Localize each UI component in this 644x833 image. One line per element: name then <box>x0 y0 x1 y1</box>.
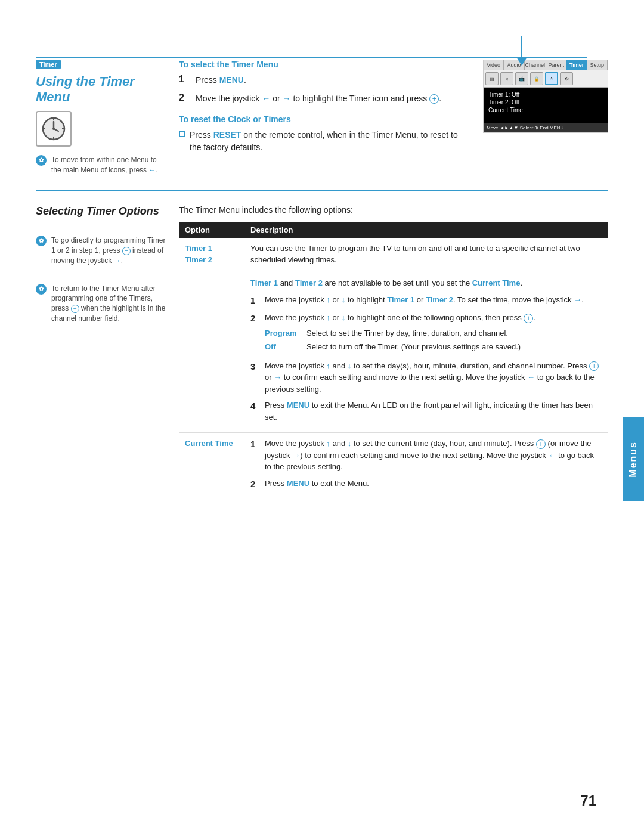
right-tab: Menus <box>623 417 644 501</box>
step1-num: 1 <box>179 74 190 85</box>
description-timer12: You can use the Timer to program the TV … <box>244 238 608 433</box>
timer12-step3: 3 Move the joystick ↑ and ↓ to set the d… <box>250 360 602 395</box>
tip2-icon: ✿ <box>36 236 47 246</box>
bullet-square <box>179 131 185 137</box>
selecting-right-col: The Timer Menu includes the following op… <box>179 205 608 501</box>
step-num-2: 2 <box>250 312 260 326</box>
timer-left-col: Timer Using the Timer Menu ✿ To m <box>36 60 167 175</box>
tv-icon-4: 🔒 <box>530 72 543 85</box>
tip3-row: ✿ To return to the Timer Menu after prog… <box>36 284 167 324</box>
program-desc: Select to set the Timer by day, time, du… <box>306 327 508 339</box>
option-current-time: Current Time <box>179 433 244 501</box>
step1-desc: Move the joystick ↑ or ↓ to highlight Ti… <box>265 294 584 306</box>
step2-num: 2 <box>179 92 190 103</box>
reset-bullet-row: Press RESET on the remote control, when … <box>179 129 471 154</box>
tip2-row: ✿ To go directly to programming Timer 1 … <box>36 236 167 265</box>
section-divider <box>36 190 608 191</box>
reset-title: To reset the Clock or Timers <box>179 114 471 124</box>
step4-desc: Press MENU to exit the Menu. An LED on t… <box>265 400 602 423</box>
section-selecting: Selecting Timer Options ✿ To go directly… <box>36 205 608 501</box>
sub-option-off: Off Select to turn off the Timer. (Your … <box>265 341 535 353</box>
tip3-text: To return to the Timer Menu after progra… <box>51 284 167 324</box>
options-table: Option Description Timer 1 Timer 2 You c… <box>179 222 608 501</box>
step3-desc: Move the joystick ↑ and ↓ to set the day… <box>265 360 602 395</box>
table-row-timers: Timer 1 Timer 2 You can use the Timer to… <box>179 238 608 433</box>
right-tab-label: Menus <box>628 441 639 478</box>
off-label: Off <box>265 341 301 353</box>
tv-line-2: Timer 2: Off <box>488 99 603 106</box>
timer-icon-box <box>36 111 72 147</box>
timer12-step4: 4 Press MENU to exit the Menu. An LED on… <box>250 400 602 423</box>
step-num-1: 1 <box>250 294 260 308</box>
top-divider-line <box>36 57 587 58</box>
tab-setup: Setup <box>587 60 608 70</box>
tv-icon-6: ⚙ <box>560 72 573 85</box>
timer-badge-label: Timer <box>39 61 57 68</box>
tab-timer: Timer <box>566 60 587 70</box>
tv-footer-text: Move:◄►▲▼ Select:⊕ End:MENU <box>487 125 564 131</box>
selecting-left-col: Selecting Timer Options ✿ To go directly… <box>36 205 167 324</box>
timer-badge: Timer <box>36 60 61 69</box>
select-timer-title: To select the Timer Menu <box>179 60 471 69</box>
step-num-3: 3 <box>250 360 260 374</box>
col-header-description: Description <box>244 222 608 238</box>
tv-icon-1: ▤ <box>485 72 499 85</box>
step2-row: 2 Move the joystick ← or → to highlight … <box>179 92 471 105</box>
timer12-step2: 2 Move the joystick ↑ or ↓ to highlight … <box>250 312 602 355</box>
intro-text: The Timer Menu includes the following op… <box>179 205 608 215</box>
tv-icon-3: 📺 <box>515 72 528 85</box>
current-time-label: Current Time <box>185 439 233 448</box>
tv-icon-2: ♫ <box>500 72 513 85</box>
tab-channel: Channel <box>525 60 547 70</box>
tv-menu-screenshot: Video Audio Channel Parent Timer Setup ▤… <box>483 60 608 133</box>
description-current-time: 1 Move the joystick ↑ and ↓ to set the c… <box>244 433 608 501</box>
current-time-step1: 1 Move the joystick ↑ and ↓ to set the c… <box>250 438 602 473</box>
tab-parent: Parent <box>546 60 566 70</box>
tip1-row: ✿ To move from within one Menu to the ma… <box>36 155 167 175</box>
blue-arrow-indicator <box>516 36 527 66</box>
option-timer12: Timer 1 Timer 2 <box>179 238 244 433</box>
program-label: Program <box>265 327 301 339</box>
sub-option-program: Program Select to set the Timer by day, … <box>265 327 535 339</box>
tv-content-area: Timer 1: Off Timer 2: Off Current Time <box>484 88 608 123</box>
tv-footer: Move:◄►▲▼ Select:⊕ End:MENU <box>484 123 608 132</box>
timer-center-col: To select the Timer Menu 1 Press MENU. 2… <box>179 60 471 159</box>
tv-line-1: Timer 1: Off <box>488 91 603 98</box>
tip2-text: To go directly to programming Timer 1 or… <box>51 236 167 265</box>
off-desc: Select to turn off the Timer. (Your prev… <box>306 341 521 353</box>
tip1-icon: ✿ <box>36 155 47 166</box>
ct-step-num-1: 1 <box>250 438 260 451</box>
page-container: Timer Using the Timer Menu ✿ To m <box>0 0 644 833</box>
clock-icon <box>41 116 67 142</box>
step2-desc: Move the joystick ↑ or ↓ to highlight on… <box>265 313 535 322</box>
step1-row: 1 Press MENU. <box>179 74 471 86</box>
reset-bullet-text: Press RESET on the remote control, when … <box>190 129 471 154</box>
ct-step-num-2: 2 <box>250 478 260 491</box>
ct-step1-desc: Move the joystick ↑ and ↓ to set the cur… <box>265 438 602 473</box>
timer12-note: Timer 1 and Timer 2 are not available to… <box>250 278 522 287</box>
step-num-4: 4 <box>250 400 260 413</box>
col-header-option: Option <box>179 222 244 238</box>
tab-video: Video <box>484 60 504 70</box>
tv-menu-tabs: Video Audio Channel Parent Timer Setup <box>484 60 608 70</box>
table-row-current-time: Current Time 1 Move the joystick ↑ and ↓… <box>179 433 608 501</box>
timer12-intro: You can use the Timer to program the TV … <box>250 244 580 265</box>
current-time-step2: 2 Press MENU to exit the Menu. <box>250 478 602 491</box>
selecting-title: Selecting Timer Options <box>36 205 167 218</box>
timer12-step1: 1 Move the joystick ↑ or ↓ to highlight … <box>250 294 602 308</box>
tip1-text: To move from within one Menu to the main… <box>51 155 167 175</box>
page-number: 71 <box>580 792 596 809</box>
timer2-label: Timer 2 <box>185 255 212 264</box>
step1-text: Press MENU. <box>196 74 246 86</box>
tv-line-3: Current Time <box>488 107 603 113</box>
tv-icon-5: ⏱ <box>545 72 558 85</box>
step2-text: Move the joystick ← or → to highlight th… <box>196 92 441 105</box>
ct-step2-desc: Press MENU to exit the Menu. <box>265 478 369 490</box>
timer1-label: Timer 1 <box>185 244 212 253</box>
tv-icons-row: ▤ ♫ 📺 🔒 ⏱ ⚙ <box>484 70 608 88</box>
step2-desc-block: Move the joystick ↑ or ↓ to highlight on… <box>265 312 535 355</box>
tip3-icon: ✿ <box>36 284 47 295</box>
section-timer-menu: Timer Using the Timer Menu ✿ To m <box>36 60 608 175</box>
section-title: Using the Timer Menu <box>36 74 167 105</box>
